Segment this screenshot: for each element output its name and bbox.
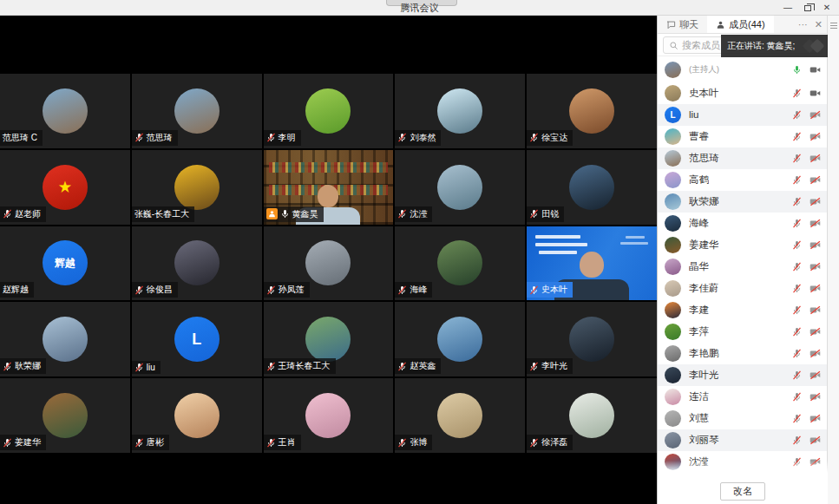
member-camera-icon[interactable] (810, 88, 821, 98)
video-tile[interactable]: 黄鑫昊 (264, 150, 394, 225)
member-mic-icon[interactable] (792, 435, 802, 445)
video-tile[interactable]: 徐宝达 (527, 74, 657, 148)
member-mic-icon[interactable] (792, 197, 802, 206)
member-row[interactable]: 耿荣娜 (658, 191, 828, 213)
video-tile[interactable]: 沈滢 (395, 150, 525, 225)
member-mic-icon[interactable] (792, 219, 802, 228)
video-tile[interactable]: 田锐 (527, 150, 657, 225)
video-tile[interactable]: 李明 (264, 74, 394, 148)
member-camera-icon[interactable] (810, 197, 821, 206)
video-tile[interactable]: 辉越 赵辉越 (0, 226, 130, 301)
participant-name: 徐泽磊 (541, 436, 567, 448)
member-row[interactable]: 李艳鹏 (658, 343, 828, 364)
panel-close-button[interactable]: ✕ (815, 16, 823, 34)
participant-avatar (437, 317, 482, 362)
member-mic-icon[interactable] (792, 262, 802, 272)
member-mic-icon[interactable] (792, 370, 802, 380)
member-camera-icon[interactable] (810, 132, 821, 141)
member-camera-icon[interactable] (810, 175, 821, 185)
member-row[interactable]: 刘丽琴 (658, 429, 828, 451)
video-tile[interactable]: 张博 (395, 378, 525, 453)
member-row[interactable]: L liu (658, 104, 828, 126)
mic-status-icon (280, 209, 290, 219)
member-camera-icon[interactable] (810, 349, 821, 358)
member-mic-icon[interactable] (792, 65, 802, 75)
member-mic-icon[interactable] (792, 414, 802, 423)
video-tile[interactable]: 范思琦 C (0, 74, 130, 148)
member-row[interactable]: 范思琦 (658, 147, 828, 169)
member-row[interactable]: 李佳蔚 (658, 278, 828, 299)
member-camera-icon[interactable] (810, 284, 821, 293)
participant-name: 姜建华 (15, 436, 41, 448)
member-camera-icon[interactable] (810, 240, 821, 250)
video-tile[interactable]: 赵英鑫 (395, 302, 525, 376)
member-mic-icon[interactable] (792, 154, 802, 163)
window-restore-button[interactable] (798, 1, 817, 15)
member-camera-icon[interactable] (810, 65, 821, 75)
member-camera-icon[interactable] (810, 110, 821, 120)
member-row[interactable]: 海峰 (658, 213, 828, 234)
tab-chat[interactable]: 聊天 (658, 16, 707, 33)
member-row[interactable]: 李建 (658, 299, 828, 321)
search-icon (669, 41, 678, 50)
video-tile[interactable]: 张巍-长春工大 (132, 150, 262, 225)
panel-more-button[interactable]: ··· (798, 16, 808, 34)
mic-status-icon (134, 438, 144, 448)
member-camera-icon[interactable] (810, 219, 821, 228)
video-tile[interactable]: 刘泰然 (395, 74, 525, 148)
video-tile[interactable]: 徐俊昌 (132, 226, 262, 301)
member-row[interactable]: 史本叶 (658, 82, 828, 104)
member-mic-icon[interactable] (792, 88, 802, 98)
member-camera-icon[interactable] (810, 435, 821, 445)
member-name: 连洁 (689, 391, 709, 403)
video-tile[interactable]: 徐泽磊 (527, 378, 657, 453)
member-camera-icon[interactable] (810, 305, 821, 315)
member-row[interactable]: 李叶光 (658, 364, 828, 386)
video-tile[interactable]: 孙凤莲 (264, 226, 394, 301)
member-camera-icon[interactable] (810, 327, 821, 337)
member-camera-icon[interactable] (810, 262, 821, 272)
member-camera-icon[interactable] (810, 370, 821, 380)
rename-button[interactable]: 改名 (720, 482, 765, 501)
member-mic-icon[interactable] (792, 392, 802, 402)
video-tile[interactable]: 范思琦 (132, 74, 262, 148)
member-row[interactable]: (主持人) (658, 56, 828, 82)
window-close-button[interactable]: ✕ (817, 1, 836, 15)
participant-name: 唐彬 (147, 436, 164, 448)
member-mic-icon[interactable] (792, 349, 802, 358)
member-row[interactable]: 姜建华 (658, 234, 828, 256)
member-mic-icon[interactable] (792, 240, 802, 250)
member-camera-icon[interactable] (810, 154, 821, 163)
member-camera-icon[interactable] (810, 392, 821, 402)
video-tile[interactable]: ★ 赵老师 (0, 150, 130, 225)
video-tile[interactable]: 史本叶 (527, 226, 657, 301)
member-row[interactable]: 晶华 (658, 256, 828, 278)
participant-name: 徐宝达 (541, 132, 567, 144)
member-camera-icon[interactable] (810, 414, 821, 423)
member-mic-icon[interactable] (792, 305, 802, 315)
member-mic-icon[interactable] (792, 110, 802, 120)
video-tile[interactable]: L liu (132, 302, 262, 376)
window-minimize-button[interactable]: — (778, 1, 797, 15)
member-mic-icon[interactable] (792, 132, 802, 141)
video-tile[interactable]: 唐彬 (132, 378, 262, 453)
member-row[interactable]: 高鹤 (658, 169, 828, 191)
video-tile[interactable]: 李叶光 (527, 302, 657, 376)
tab-members[interactable]: 成员(44) (707, 16, 774, 33)
member-row[interactable]: 刘慧 (658, 408, 828, 429)
member-mic-icon[interactable] (792, 284, 802, 293)
member-row[interactable]: 曹睿 (658, 126, 828, 147)
video-tile[interactable]: 姜建华 (0, 378, 130, 453)
member-name: liu (689, 109, 699, 121)
video-tile[interactable]: 海峰 (395, 226, 525, 301)
member-row[interactable]: 李萍 (658, 321, 828, 343)
member-row[interactable]: 连洁 (658, 386, 828, 408)
video-tile[interactable]: 耿荣娜 (0, 302, 130, 376)
menu-icon[interactable] (830, 21, 837, 28)
participant-name: 刘泰然 (410, 132, 436, 144)
member-mic-icon[interactable] (792, 327, 802, 337)
member-mic-icon[interactable] (792, 175, 802, 185)
video-tile[interactable]: 王琦长春工大 (264, 302, 394, 376)
member-avatar (665, 324, 681, 340)
video-tile[interactable]: 王肖 (264, 378, 394, 453)
